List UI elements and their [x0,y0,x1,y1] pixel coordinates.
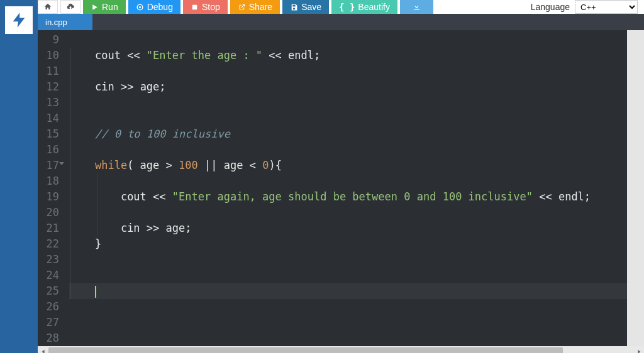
fold-marker-icon[interactable] [59,162,64,165]
code-area[interactable]: cout << "Enter the age : " << endl; cin … [65,30,644,346]
text-cursor [95,286,96,298]
braces-icon: { } [339,2,355,12]
share-icon [238,3,246,11]
code-line[interactable] [69,205,644,220]
share-label: Share [249,2,272,12]
line-number: 11 [38,63,59,79]
save-label: Save [301,2,321,12]
scroll-left-arrow[interactable] [38,346,48,353]
horizontal-scrollbar[interactable] [38,346,644,353]
line-number: 17 [38,158,59,173]
code-line[interactable] [69,32,644,48]
line-number: 18 [38,173,59,189]
code-line[interactable] [69,299,644,315]
svg-rect-2 [192,4,197,9]
toolbar: Run Debug Stop Share Save { } Beautify [38,0,644,14]
line-number: 19 [38,189,59,205]
stop-label: Stop [202,2,220,12]
vertical-scrollbar[interactable] [627,30,644,346]
code-line[interactable]: cout << "Enter the age : " << endl; [69,48,644,63]
stop-button[interactable]: Stop [183,0,228,14]
stop-icon [191,3,199,11]
scroll-right-arrow[interactable] [633,346,644,353]
code-line[interactable] [69,315,644,330]
code-line[interactable] [69,142,644,158]
line-number: 27 [38,315,59,330]
line-number: 23 [38,252,59,268]
code-line[interactable] [69,252,644,268]
line-number: 24 [38,268,59,283]
left-sidebar [0,0,38,353]
file-tab[interactable]: in.cpp [38,14,92,30]
code-line[interactable]: cin >> age; [69,79,644,95]
line-number: 20 [38,205,59,220]
line-number: 28 [38,330,59,346]
home-icon [43,3,52,11]
line-number: 25 [38,283,59,299]
download-button[interactable] [400,0,433,14]
scroll-track[interactable] [48,346,633,353]
run-label: Run [102,2,118,12]
download-icon [413,3,421,11]
scroll-thumb[interactable] [48,347,563,353]
share-button[interactable]: Share [230,0,280,14]
code-line[interactable] [69,95,644,111]
code-line[interactable]: while( age > 100 || age < 0){ [69,158,644,173]
code-line[interactable] [69,283,644,299]
debug-button[interactable]: Debug [128,0,180,14]
code-line[interactable] [69,63,644,79]
save-icon [290,3,298,11]
code-line[interactable] [69,330,644,346]
tab-bar: in.cpp [38,14,644,30]
line-number: 13 [38,95,59,111]
debug-label: Debug [147,2,173,12]
play-icon [91,3,99,11]
upload-cloud-icon [66,3,75,11]
line-number: 21 [38,220,59,236]
run-button[interactable]: Run [83,0,126,14]
line-number: 26 [38,299,59,315]
save-button[interactable]: Save [282,0,329,14]
line-number: 9 [38,32,59,48]
code-line[interactable] [69,111,644,126]
line-number: 15 [38,126,59,142]
code-line[interactable] [69,268,644,283]
line-gutter: 910111213141516171819202122232425262728 [38,30,65,346]
code-line[interactable]: cout << "Enter again, age should be betw… [69,189,644,205]
line-number: 16 [38,142,59,158]
language-select[interactable]: C++ [575,0,638,14]
code-line[interactable]: cin >> age; [69,220,644,236]
home-icon-button[interactable] [38,0,58,14]
logo [5,6,33,34]
code-line[interactable]: } [69,236,644,252]
tab-filename: in.cpp [45,18,67,27]
beautify-button[interactable]: { } Beautify [331,0,397,14]
line-number: 14 [38,111,59,126]
language-label: Language [531,2,570,12]
upload-icon-button[interactable] [60,0,80,14]
code-line[interactable]: // 0 to 100 inclusive [69,126,644,142]
language-group: Language C++ [531,0,644,14]
line-number: 12 [38,79,59,95]
beautify-label: Beautify [358,2,390,12]
svg-point-1 [139,6,141,8]
line-number: 22 [38,236,59,252]
line-number: 10 [38,48,59,63]
debug-icon [136,3,144,11]
editor[interactable]: 910111213141516171819202122232425262728 … [38,30,644,353]
code-line[interactable] [69,173,644,189]
